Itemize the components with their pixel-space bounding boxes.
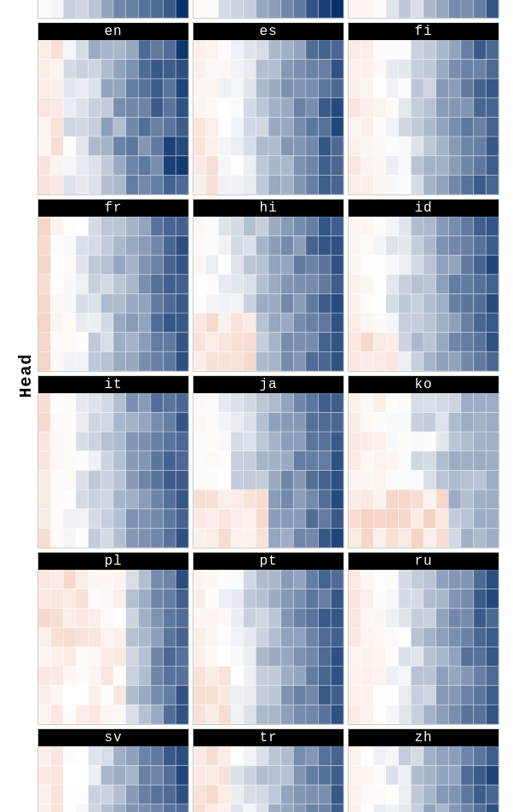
svg-rect-959 — [176, 528, 188, 548]
svg-rect-700 — [244, 255, 256, 275]
svg-rect-293 — [101, 40, 113, 60]
svg-rect-903 — [76, 451, 89, 471]
svg-rect-1664 — [448, 785, 461, 804]
svg-rect-665 — [101, 351, 113, 371]
svg-rect-1576 — [244, 804, 256, 812]
svg-rect-1184 — [138, 608, 151, 628]
svg-rect-876 — [38, 413, 51, 432]
svg-rect-501 — [461, 60, 474, 79]
svg-rect-1133 — [411, 509, 424, 529]
svg-rect-649 — [51, 333, 64, 352]
svg-rect-285 — [461, 0, 474, 18]
svg-rect-656 — [138, 333, 151, 352]
svg-rect-889 — [51, 432, 64, 451]
svg-rect-524 — [448, 98, 461, 118]
svg-rect-1338 — [268, 705, 281, 724]
svg-rect-1636 — [399, 746, 412, 766]
svg-rect-848 — [448, 333, 461, 352]
svg-rect-719 — [331, 275, 343, 294]
svg-rect-823 — [436, 294, 449, 314]
svg-rect-916 — [89, 471, 101, 490]
panel-hi: hi — [193, 199, 344, 372]
svg-rect-1238 — [63, 705, 76, 724]
svg-rect-1381 — [361, 628, 374, 647]
svg-rect-1253 — [256, 570, 268, 589]
svg-rect-1411 — [436, 666, 449, 686]
svg-rect-1011 — [231, 471, 244, 490]
svg-rect-1302 — [268, 647, 281, 667]
svg-rect-944 — [138, 509, 151, 529]
svg-rect-1233 — [151, 686, 164, 705]
svg-rect-1058 — [373, 393, 386, 413]
svg-rect-1173 — [151, 589, 164, 609]
svg-rect-1181 — [101, 608, 113, 628]
svg-rect-713 — [256, 275, 268, 294]
svg-rect-592 — [89, 236, 101, 256]
svg-rect-620 — [138, 275, 151, 294]
svg-rect-1544 — [293, 746, 306, 766]
grid-area: Head arcsdeenesfifrhiiditjakoplptrusvtrz… — [14, 0, 499, 812]
svg-rect-731 — [331, 294, 343, 314]
svg-rect-1453 — [51, 766, 64, 786]
svg-rect-865 — [51, 393, 64, 413]
svg-rect-518 — [373, 98, 386, 118]
svg-rect-810 — [424, 275, 436, 294]
svg-rect-1327 — [281, 686, 294, 705]
svg-rect-1299 — [231, 647, 244, 667]
svg-rect-394 — [319, 40, 331, 60]
svg-rect-541 — [361, 136, 374, 156]
svg-rect-897 — [151, 432, 164, 451]
panel-title-sv: sv — [38, 729, 188, 746]
svg-rect-824 — [448, 294, 461, 314]
svg-rect-962 — [218, 393, 231, 413]
svg-rect-639 — [76, 313, 89, 333]
svg-rect-1653 — [461, 766, 474, 786]
svg-rect-1550 — [218, 766, 231, 786]
svg-rect-1552 — [244, 766, 256, 786]
svg-rect-530 — [373, 118, 386, 137]
svg-rect-677 — [256, 217, 268, 236]
svg-rect-489 — [461, 40, 474, 60]
svg-rect-787 — [436, 236, 449, 256]
svg-rect-1264 — [244, 589, 256, 609]
svg-rect-1103 — [486, 451, 499, 471]
svg-rect-1142 — [373, 528, 386, 548]
svg-rect-1055 — [331, 528, 343, 548]
svg-rect-1032 — [193, 509, 206, 529]
svg-rect-778 — [474, 217, 487, 236]
svg-rect-806 — [373, 275, 386, 294]
panel-ko: ko — [348, 375, 499, 548]
svg-rect-1205 — [101, 647, 113, 667]
svg-rect-441 — [306, 118, 319, 137]
svg-rect-1659 — [386, 785, 399, 804]
svg-rect-539 — [486, 118, 499, 137]
svg-rect-1101 — [461, 451, 474, 471]
svg-rect-1575 — [231, 804, 244, 812]
svg-rect-1269 — [306, 589, 319, 609]
svg-rect-420 — [193, 98, 206, 118]
svg-rect-1388 — [448, 628, 461, 647]
svg-rect-701 — [256, 255, 268, 275]
svg-rect-1477 — [51, 804, 64, 812]
svg-rect-598 — [164, 236, 176, 256]
panel-zh: zh — [348, 728, 499, 812]
svg-rect-1278 — [268, 608, 281, 628]
svg-rect-1303 — [281, 647, 294, 667]
svg-rect-1120 — [399, 490, 412, 509]
svg-rect-382 — [164, 175, 176, 194]
svg-rect-726 — [268, 294, 281, 314]
svg-rect-1115 — [486, 471, 499, 490]
svg-rect-1113 — [461, 471, 474, 490]
svg-rect-1005 — [306, 451, 319, 471]
svg-rect-1035 — [231, 509, 244, 529]
svg-rect-466 — [319, 156, 331, 176]
svg-rect-567 — [386, 175, 399, 194]
svg-rect-877 — [51, 413, 64, 432]
svg-rect-871 — [126, 393, 139, 413]
svg-rect-580 — [89, 217, 101, 236]
svg-rect-869 — [101, 393, 113, 413]
svg-rect-1405 — [361, 666, 374, 686]
svg-rect-766 — [319, 351, 331, 371]
svg-rect-1169 — [101, 589, 113, 609]
svg-rect-391 — [281, 40, 294, 60]
